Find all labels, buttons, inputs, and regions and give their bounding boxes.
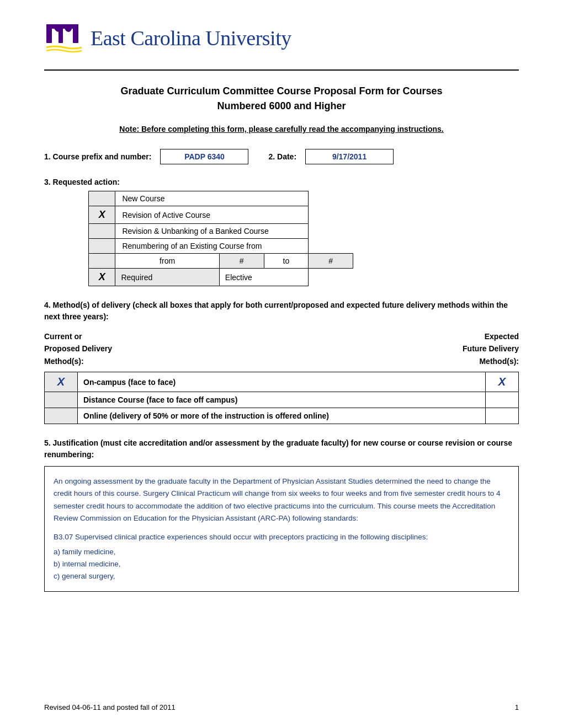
page-number: 1 bbox=[515, 703, 519, 711]
footer-revised-text: Revised 04-06-11 and posted fall of 2011 bbox=[44, 703, 176, 711]
from-hash: # bbox=[219, 254, 264, 269]
check-online-current bbox=[45, 408, 78, 424]
section4: 4. Method(s) of delivery (check all boxe… bbox=[44, 299, 519, 424]
svg-rect-4 bbox=[46, 24, 78, 29]
delivery-column-headers: Current or Proposed Delivery Method(s): … bbox=[44, 330, 519, 367]
list-item: c) general surgery, bbox=[54, 570, 509, 582]
revision-active-label: Revision of Active Course bbox=[115, 206, 309, 224]
header-divider bbox=[44, 69, 519, 71]
checkbox-revision-unbanking bbox=[89, 224, 115, 239]
section5-paragraph1: An ongoing assessment by the graduate fa… bbox=[54, 475, 509, 524]
table-row: Revision & Unbanking of a Banked Course bbox=[89, 224, 353, 239]
table-row: from # to # bbox=[89, 254, 353, 269]
fields-row: 1. Course prefix and number: PADP 6340 2… bbox=[44, 149, 519, 164]
table-row: X Required Elective bbox=[89, 269, 353, 286]
expected-delivery-label: Expected Future Delivery Method(s): bbox=[463, 330, 519, 367]
date-label: 2. Date: bbox=[268, 152, 296, 161]
section5-list: a) family medicine, b) internal medicine… bbox=[54, 546, 509, 583]
checkbox-empty bbox=[89, 254, 115, 269]
current-delivery-label: Current or Proposed Delivery Method(s): bbox=[44, 330, 112, 367]
new-course-label: New Course bbox=[115, 191, 309, 206]
section5: 5. Justification (must cite accreditatio… bbox=[44, 437, 519, 592]
checkbox-new-course bbox=[89, 191, 115, 206]
to-label: to bbox=[264, 254, 309, 269]
ecu-logo-icon bbox=[44, 22, 84, 54]
checkbox-revision-active: X bbox=[89, 206, 115, 224]
check-oncampus-current: X bbox=[45, 372, 78, 392]
date-value: 9/17/2011 bbox=[305, 149, 394, 164]
course-prefix-value: PADP 6340 bbox=[160, 149, 248, 164]
check-oncampus-expected: X bbox=[486, 372, 519, 392]
section3-label: 3. Requested action: bbox=[44, 178, 519, 186]
table-row: Online (delivery of 50% or more of the i… bbox=[45, 408, 519, 424]
table-row: X On-campus (face to face) X bbox=[45, 372, 519, 392]
online-desc: Online (delivery of 50% or more of the i… bbox=[78, 408, 486, 424]
footer: Revised 04-06-11 and posted fall of 2011… bbox=[44, 703, 519, 711]
to-hash: # bbox=[309, 254, 353, 269]
form-title-heading: Graduate Curriculum Committee Course Pro… bbox=[44, 84, 519, 114]
delivery-table: X On-campus (face to face) X Distance Co… bbox=[44, 372, 519, 424]
table-row: Distance Course (face to face off campus… bbox=[45, 392, 519, 408]
logo-container: East Carolina University bbox=[44, 22, 291, 54]
revision-unbanking-label: Revision & Unbanking of a Banked Course bbox=[115, 224, 309, 239]
oncampus-desc: On-campus (face to face) bbox=[78, 372, 486, 392]
section5-standards: B3.07 Supervised clinical practice exper… bbox=[54, 531, 509, 543]
renumbering-label: Renumbering of an Existing Course from bbox=[115, 239, 309, 254]
required-label: Required bbox=[115, 269, 219, 286]
header: East Carolina University bbox=[44, 22, 519, 54]
section3: 3. Requested action: New Course X Revisi… bbox=[44, 178, 519, 286]
course-prefix-label: 1. Course prefix and number: bbox=[44, 152, 151, 161]
check-online-expected bbox=[486, 408, 519, 424]
table-row: New Course bbox=[89, 191, 353, 206]
note-bold: Note: bbox=[119, 125, 141, 133]
from-label: from bbox=[115, 254, 219, 269]
check-distance-current bbox=[45, 392, 78, 408]
list-item: b) internal medicine, bbox=[54, 558, 509, 570]
section4-label: 4. Method(s) of delivery (check all boxe… bbox=[44, 299, 519, 323]
table-row: X Revision of Active Course bbox=[89, 206, 353, 224]
university-name: East Carolina University bbox=[91, 26, 291, 50]
form-title: Graduate Curriculum Committee Course Pro… bbox=[44, 84, 519, 114]
action-table: New Course X Revision of Active Course R… bbox=[88, 191, 353, 286]
section5-label: 5. Justification (must cite accreditatio… bbox=[44, 437, 519, 461]
table-row: Renumbering of an Existing Course from bbox=[89, 239, 353, 254]
section5-content-box: An ongoing assessment by the graduate fa… bbox=[44, 466, 519, 592]
distance-desc: Distance Course (face to face off campus… bbox=[78, 392, 486, 408]
list-item: a) family medicine, bbox=[54, 546, 509, 558]
checkbox-renumbering bbox=[89, 239, 115, 254]
elective-label: Elective bbox=[219, 269, 308, 286]
checkbox-required: X bbox=[89, 269, 115, 286]
note-text: Note: Before completing this form, pleas… bbox=[119, 125, 443, 133]
note-body: Before completing this form, please care… bbox=[141, 125, 444, 133]
check-distance-expected bbox=[486, 392, 519, 408]
note: Note: Before completing this form, pleas… bbox=[44, 125, 519, 133]
